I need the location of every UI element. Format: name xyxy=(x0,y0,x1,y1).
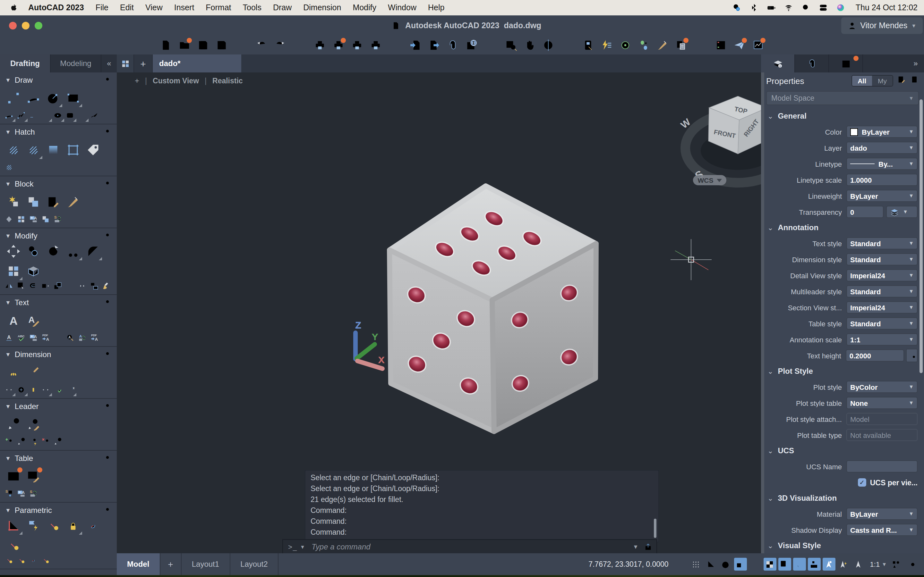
table-field-tool[interactable] xyxy=(17,489,26,498)
purge-button[interactable] xyxy=(656,38,670,52)
collect-leader-tool[interactable] xyxy=(53,437,62,446)
add-layout-button[interactable]: + xyxy=(160,553,181,575)
table-style-dropdown[interactable]: Standard▼ xyxy=(846,318,918,330)
section-settings-button[interactable] xyxy=(103,178,111,190)
text-update-tool[interactable] xyxy=(78,334,87,342)
dim-constraint-lock-tool[interactable] xyxy=(66,519,80,533)
filter-all-button[interactable]: All xyxy=(852,76,872,86)
create-block-tool[interactable] xyxy=(26,195,40,209)
save-to-web-button[interactable] xyxy=(464,38,478,52)
table-export-tool[interactable] xyxy=(5,489,13,498)
plot-style-dropdown[interactable]: ByColor▼ xyxy=(846,381,918,393)
material-dropdown[interactable]: ByLayer▼ xyxy=(846,508,918,520)
transparency-display-toggle[interactable] xyxy=(764,558,776,571)
section-list-icon[interactable] xyxy=(30,563,40,572)
transparency-dropdown[interactable]: ▼ xyxy=(886,206,918,218)
now-playing-icon[interactable] xyxy=(732,3,741,12)
section-settings-button[interactable] xyxy=(103,297,111,308)
fillet-tool[interactable] xyxy=(86,244,100,258)
dim-match-tool[interactable] xyxy=(26,366,40,380)
save-as-button[interactable] xyxy=(215,38,229,52)
pan-button[interactable] xyxy=(523,38,537,52)
detail-view-style-dropdown[interactable]: Imperial24▼ xyxy=(846,269,918,282)
dim-constraint-show-tool[interactable] xyxy=(41,556,50,565)
section-settings-button[interactable] xyxy=(103,126,111,138)
linetype-scale-input[interactable]: 1.0000 xyxy=(846,174,918,186)
polyline-tool[interactable] xyxy=(17,111,26,120)
section-settings-button[interactable] xyxy=(103,504,111,516)
table-update-tool[interactable] xyxy=(29,489,38,498)
rotate-tool[interactable] xyxy=(46,244,60,258)
menu-window[interactable]: Window xyxy=(388,3,417,12)
properties-scrollbar[interactable] xyxy=(919,99,923,373)
offset-tool[interactable] xyxy=(29,282,38,290)
dim-check-tool[interactable] xyxy=(53,385,62,394)
collapse-section-icon[interactable]: ▼ xyxy=(5,300,11,306)
clean-tool[interactable] xyxy=(102,282,111,290)
menu-dimension[interactable]: Dimension xyxy=(303,3,341,12)
selection-dropdown[interactable]: Model Space▼ xyxy=(766,91,919,105)
undo-button[interactable] xyxy=(254,38,268,52)
tab-layout2[interactable]: Layout2 xyxy=(230,553,278,575)
collapse-section-icon[interactable]: ⌄ xyxy=(767,494,773,502)
pick-text-height-button[interactable] xyxy=(906,349,918,362)
section-settings-button[interactable] xyxy=(103,74,111,86)
edit-block-tool[interactable] xyxy=(46,195,60,209)
menu-clock[interactable]: Thu 24 Oct 12:02 xyxy=(856,3,918,12)
collapse-palette-button[interactable]: « xyxy=(102,55,117,73)
customization-button[interactable] xyxy=(906,558,919,571)
zoom-window-button[interactable] xyxy=(504,38,518,52)
section-view-st-dropdown[interactable]: Imperial24▼ xyxy=(846,301,918,314)
menu-file[interactable]: File xyxy=(95,3,108,12)
break-tool[interactable] xyxy=(78,111,87,120)
dock-panel-button[interactable] xyxy=(910,75,919,87)
visual-style-control[interactable]: Realistic xyxy=(212,77,243,85)
reference-palette-tab[interactable] xyxy=(795,55,829,73)
filter-my-button[interactable]: My xyxy=(872,76,893,86)
orbit-button[interactable] xyxy=(541,38,556,52)
single-line-text-tool[interactable] xyxy=(5,334,13,342)
transparency-input[interactable]: 0 xyxy=(846,206,884,218)
geometric-constraint-tool[interactable] xyxy=(6,519,21,533)
circle-tool[interactable] xyxy=(46,91,60,105)
dice-model[interactable] xyxy=(389,186,596,432)
add-section-icon[interactable] xyxy=(6,563,16,572)
edit-properties-button[interactable] xyxy=(897,75,906,87)
leader-style-brush-tool[interactable] xyxy=(26,417,40,432)
trim-tool[interactable] xyxy=(66,244,80,258)
collapse-section-icon[interactable]: ▼ xyxy=(5,455,11,462)
constraint-update-tool[interactable] xyxy=(86,519,100,533)
plot-style-editor-button[interactable] xyxy=(368,38,383,52)
linetype-dropdown[interactable]: By...▼ xyxy=(846,158,918,170)
polar-tracking-toggle[interactable] xyxy=(719,558,732,571)
dim-annotative-tool[interactable] xyxy=(6,366,21,380)
collapse-section-icon[interactable]: ▼ xyxy=(5,129,11,135)
menu-insert[interactable]: Insert xyxy=(174,3,194,12)
annotative-hatch-tool[interactable] xyxy=(26,143,40,157)
leader-quick-tool[interactable] xyxy=(29,437,38,446)
array-tool[interactable] xyxy=(6,264,21,278)
remove-leader-tool[interactable] xyxy=(41,437,50,446)
ucs-icon-display-toggle[interactable] xyxy=(808,558,821,571)
add-leader-tool[interactable] xyxy=(5,437,13,446)
menu-app-name[interactable]: AutoCAD 2023 xyxy=(28,3,84,12)
hatch-tool[interactable] xyxy=(6,143,21,157)
menu-edit[interactable]: Edit xyxy=(120,3,134,12)
new-drawing-tab-button[interactable]: + xyxy=(134,55,153,73)
command-line[interactable]: >_ ▼ Type a command ▼ xyxy=(282,539,657,553)
extend-tool[interactable] xyxy=(65,282,74,290)
sheet-set-manager-button[interactable] xyxy=(674,38,688,52)
section-settings-button[interactable] xyxy=(103,349,111,360)
dim-center-tool[interactable] xyxy=(17,385,26,394)
menu-format[interactable]: Format xyxy=(206,3,231,12)
attach-reference-button[interactable] xyxy=(446,38,460,52)
command-expand-icon[interactable]: ▼ xyxy=(633,544,638,550)
control-center-icon[interactable] xyxy=(819,3,828,12)
table-style-brush-tool[interactable] xyxy=(26,469,40,484)
ucs-name-input[interactable] xyxy=(846,460,918,472)
tab-modeling[interactable]: Modeling xyxy=(51,55,102,73)
mtext-tool[interactable] xyxy=(6,314,21,327)
join-tool[interactable] xyxy=(78,282,87,290)
pdf-import-text-tool[interactable] xyxy=(41,334,50,342)
wcs-dropdown[interactable]: WCS xyxy=(693,175,726,185)
